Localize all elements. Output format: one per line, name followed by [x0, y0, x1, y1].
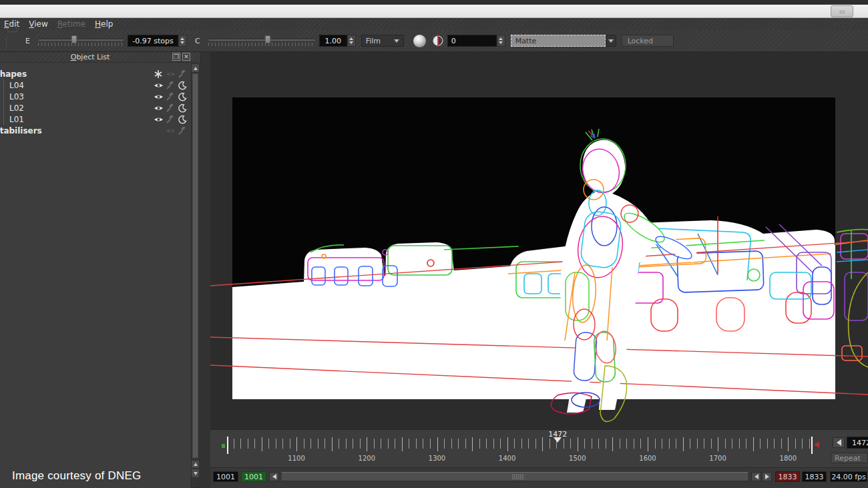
object-row-l04[interactable]: L04 — [0, 79, 191, 91]
empty-cell — [152, 125, 164, 136]
split-view-icon[interactable] — [429, 32, 447, 49]
rotation-value-field[interactable]: 0 — [447, 35, 497, 47]
previous-frame-button[interactable] — [833, 437, 845, 448]
timeline: 110012001300140015001600170018001472 147… — [210, 429, 868, 467]
eye-icon[interactable] — [152, 102, 164, 113]
ruler-label: 1500 — [569, 455, 586, 462]
gain-ball-icon[interactable] — [413, 35, 426, 47]
object-list-panel: Object List ❐ ✕ ShapesL04L03L02L01Stabil… — [0, 52, 200, 488]
out-point-field[interactable]: 1833 — [775, 471, 800, 482]
contrast-spinner[interactable] — [347, 35, 356, 47]
wrench-dim-icon — [176, 125, 188, 136]
scrollbar-grip[interactable] — [512, 474, 524, 479]
object-row-stabilisers[interactable]: Stabilisers — [0, 125, 191, 136]
panel-splitter[interactable] — [200, 52, 210, 488]
ruler-label: 1800 — [780, 455, 797, 462]
object-row-l02[interactable]: L02 — [0, 102, 191, 113]
marquee-select-tool — [3, 19, 21, 37]
object-name: L01 — [9, 115, 24, 124]
ruler-label: 1600 — [639, 455, 656, 462]
chevron-down-icon — [608, 39, 614, 43]
range-start-marker[interactable] — [227, 437, 228, 454]
eye-icon[interactable] — [152, 113, 164, 125]
fps-field[interactable]: 24.00 fps — [830, 471, 867, 482]
contrast-value-field[interactable]: 1.00 — [319, 35, 347, 47]
toolbar-separator — [6, 37, 7, 49]
view-mode-arrow-button[interactable] — [606, 35, 616, 47]
exposure-slider[interactable] — [38, 35, 124, 47]
ruler-label: 1400 — [499, 455, 515, 462]
os-titlebar: ▭ — [0, 5, 868, 18]
viewport-canvas[interactable] — [210, 52, 868, 429]
chevron-down-icon — [394, 39, 399, 43]
object-name: L04 — [9, 81, 24, 90]
float-panel-icon[interactable]: ❐ — [172, 53, 180, 61]
scroll-up-button[interactable] — [192, 64, 199, 73]
wrench-dim-icon — [176, 68, 188, 79]
transport-bar: 1001 1001 1833 1833 24.00 fps — [210, 467, 868, 488]
timeline-scrollbar[interactable] — [281, 472, 748, 481]
exposure-spinner[interactable] — [178, 35, 187, 47]
contrast-slider-thumb[interactable] — [265, 35, 271, 43]
object-row-l01[interactable]: L01 — [0, 113, 191, 125]
moon-icon[interactable] — [176, 102, 188, 113]
contrast-label: C — [195, 37, 200, 45]
eye-icon[interactable] — [152, 79, 164, 91]
moon-icon[interactable] — [176, 91, 188, 102]
object-name: L03 — [9, 92, 24, 101]
eye-icon[interactable] — [152, 91, 164, 102]
contrast-slider[interactable] — [208, 35, 315, 47]
object-list-header[interactable]: Object List ❐ ✕ — [0, 52, 200, 63]
ruler-label: 1300 — [429, 455, 445, 462]
object-row-l03[interactable]: L03 — [0, 91, 191, 102]
lut-dropdown[interactable]: Film — [361, 35, 404, 47]
menu-help[interactable]: Help — [92, 19, 120, 29]
toolbar: ( ) E -0.97 stops C 1.00 Film 0 Matte Lo… — [0, 30, 868, 52]
playhead-marker[interactable] — [554, 437, 562, 443]
viewport[interactable] — [210, 52, 868, 429]
moon-icon[interactable] — [176, 113, 188, 125]
wrench-dim-icon — [164, 79, 176, 91]
object-name: Shapes — [0, 69, 27, 79]
lut-dropdown-value: Film — [366, 37, 381, 45]
range-end-marker[interactable] — [811, 437, 813, 454]
scroll-up-button-bottom[interactable] — [192, 460, 199, 469]
step-back-button[interactable] — [751, 472, 761, 481]
object-row-shapes[interactable]: Shapes — [0, 68, 191, 79]
close-panel-icon[interactable]: ✕ — [182, 53, 190, 61]
object-list-scrollbar[interactable] — [191, 63, 200, 488]
repeat-button[interactable]: Repeat — [831, 453, 868, 463]
eye-dim-icon — [164, 125, 176, 136]
ruler-label: 1700 — [709, 455, 726, 462]
view-mode-value: Matte — [515, 37, 537, 45]
range-end-field[interactable]: 1833 — [802, 471, 827, 482]
window-control-button[interactable]: ▭ — [831, 5, 853, 17]
range-start-field[interactable]: 1001 — [213, 471, 238, 482]
wrench-dim-icon — [164, 91, 176, 102]
moon-icon[interactable] — [176, 79, 188, 91]
view-mode-dropdown[interactable]: Matte — [511, 35, 606, 47]
current-frame-field[interactable]: 1472 — [847, 437, 868, 449]
frame-ruler[interactable]: 110012001300140015001600170018001472 — [210, 430, 868, 467]
in-point-field[interactable]: 1001 — [241, 471, 266, 482]
exposure-slider-thumb[interactable] — [71, 35, 77, 43]
rotation-spinner[interactable] — [497, 35, 505, 47]
step-forward-button[interactable] — [762, 472, 772, 481]
scroll-down-button[interactable] — [192, 469, 199, 478]
image-credit-caption: Image courtesy of DNEG — [12, 469, 141, 483]
eye-dim-icon — [164, 68, 176, 79]
object-name: Stabilisers — [0, 126, 42, 136]
menu-view[interactable]: View — [26, 19, 54, 29]
application-window: ▭ EditViewRetimeHelp ( ) E -0.97 stops C… — [0, 0, 868, 488]
panel-title: Object List — [0, 53, 180, 61]
screen-top-strip — [0, 0, 868, 5]
exposure-label: E — [25, 37, 30, 45]
exposure-value-field[interactable]: -0.97 stops — [128, 35, 178, 47]
scroll-left-button[interactable] — [269, 472, 279, 481]
lock-button[interactable]: Locked — [622, 35, 674, 47]
asterisk-icon[interactable] — [152, 68, 164, 79]
menu-retime: Retime — [55, 19, 92, 29]
keyframe-marker — [222, 444, 225, 448]
scrollbar-thumb[interactable] — [192, 73, 198, 458]
ruler-label: 1200 — [359, 455, 375, 462]
